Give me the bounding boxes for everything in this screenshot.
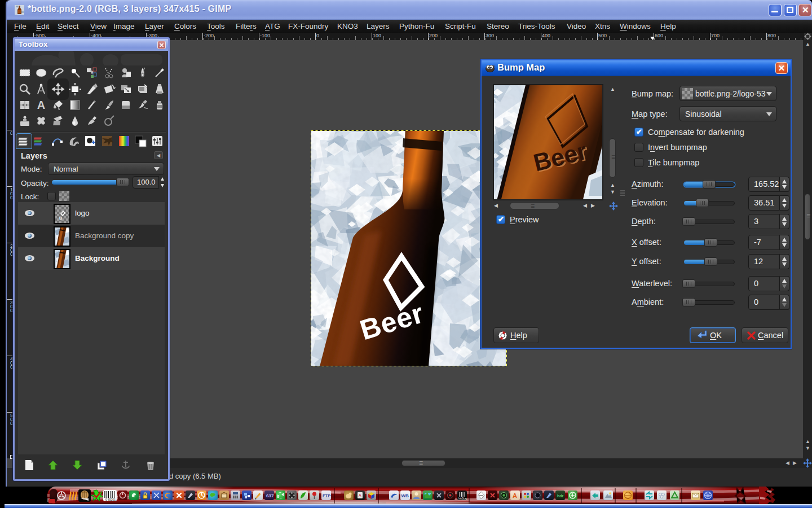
svg-text:B: B bbox=[59, 216, 62, 220]
svg-text:A: A bbox=[359, 493, 361, 497]
svg-text:WB: WB bbox=[401, 493, 409, 498]
svg-text:InkScape: InkScape bbox=[458, 497, 467, 500]
svg-text:0 65201: 0 65201 bbox=[105, 498, 116, 501]
svg-text:FTP: FTP bbox=[323, 493, 330, 498]
svg-text:A: A bbox=[37, 99, 45, 111]
svg-text:hdr: hdr bbox=[557, 494, 564, 498]
svg-text:637: 637 bbox=[266, 493, 274, 498]
svg-text:A: A bbox=[513, 492, 517, 499]
